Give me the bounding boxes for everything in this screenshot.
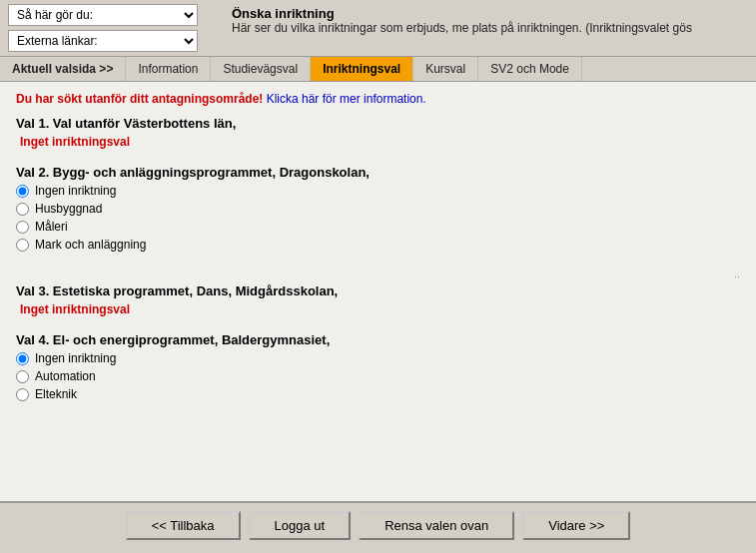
radio-val2-ingen[interactable]: Ingen inriktning — [16, 184, 740, 198]
radio-val4-automation-label: Automation — [35, 369, 96, 383]
tab-inriktningsval[interactable]: Inriktningsval — [311, 57, 413, 81]
panel-desc: Här ser du vilka inriktningar som erbjud… — [232, 21, 748, 35]
tab-aktuell[interactable]: Aktuell valsida >> — [0, 57, 126, 81]
radio-val2-husbyggnad[interactable]: Husbyggnad — [16, 202, 740, 216]
section-val1: Val 1. Val utanför Västerbottens län, In… — [16, 116, 740, 149]
radio-val2-maleri-label: Måleri — [35, 220, 68, 234]
radio-val4-automation[interactable]: Automation — [16, 369, 740, 383]
tab-kursval[interactable]: Kursval — [413, 57, 478, 81]
radio-val2-ingen-label: Ingen inriktning — [35, 184, 116, 198]
section-val4: Val 4. El- och energiprogrammet, Balderg… — [16, 332, 740, 401]
radio-val2-husbyggnad-input[interactable] — [16, 203, 29, 216]
radio-val2-maleri[interactable]: Måleri — [16, 220, 740, 234]
clear-button[interactable]: Rensa valen ovan — [359, 511, 514, 540]
warning-link[interactable]: Klicka här för mer information. — [263, 92, 425, 106]
section-val3: .. Val 3. Estetiska programmet, Dans, Mi… — [16, 268, 740, 316]
section-val2-title: Val 2. Bygg- och anläggningsprogrammet, … — [16, 165, 740, 180]
top-bar-left: Så här gör du: Externa länkar: — [8, 4, 208, 52]
nav-tabs: Aktuell valsida >> Information Studieväg… — [0, 56, 756, 82]
content-area: Du har sökt utanför ditt antagningsområd… — [0, 82, 756, 501]
top-bar: Så här gör du: Externa länkar: Önska inr… — [0, 0, 756, 56]
radio-val2-husbyggnad-label: Husbyggnad — [35, 202, 102, 216]
next-button[interactable]: Vidare >> — [522, 511, 630, 540]
radio-val4-automation-input[interactable] — [16, 370, 29, 383]
warning-banner: Du har sökt utanför ditt antagningsområd… — [16, 92, 740, 106]
radio-val4-ingen-label: Ingen inriktning — [35, 351, 116, 365]
section-val1-title: Val 1. Val utanför Västerbottens län, — [16, 116, 740, 131]
tab-sv2[interactable]: SV2 och Mode — [478, 57, 582, 81]
section-val3-no-selection: Inget inriktningsval — [16, 302, 740, 316]
radio-val4-elteknik-label: Elteknik — [35, 387, 77, 401]
radio-val4-elteknik-input[interactable] — [16, 388, 29, 401]
radio-group-val4: Ingen inriktning Automation Elteknik — [16, 351, 740, 401]
top-bar-right: Önska inriktning Här ser du vilka inrikt… — [212, 4, 748, 52]
dropdown-external-links[interactable]: Externa länkar: — [8, 30, 198, 52]
section-val1-no-selection: Inget inriktningsval — [16, 135, 740, 149]
radio-val2-maleri-input[interactable] — [16, 221, 29, 234]
radio-val2-mark[interactable]: Mark och anläggning — [16, 238, 740, 252]
radio-val4-ingen[interactable]: Ingen inriktning — [16, 351, 740, 365]
radio-val4-elteknik[interactable]: Elteknik — [16, 387, 740, 401]
footer: << Tillbaka Logga ut Rensa valen ovan Vi… — [0, 501, 756, 548]
panel-title: Önska inriktning — [232, 6, 748, 21]
radio-group-val2: Ingen inriktning Husbyggnad Måleri Mark … — [16, 184, 740, 252]
tab-studievag[interactable]: Studievägsval — [211, 57, 311, 81]
dots: .. — [16, 268, 740, 279]
radio-val2-mark-input[interactable] — [16, 239, 29, 252]
radio-val4-ingen-input[interactable] — [16, 352, 29, 365]
section-val3-title: Val 3. Estetiska programmet, Dans, Midgå… — [16, 283, 740, 298]
back-button[interactable]: << Tillbaka — [126, 511, 241, 540]
warning-bold-text: Du har sökt utanför ditt antagningsområd… — [16, 92, 263, 106]
tab-information[interactable]: Information — [126, 57, 211, 81]
radio-val2-mark-label: Mark och anläggning — [35, 238, 146, 252]
section-val4-title: Val 4. El- och energiprogrammet, Balderg… — [16, 332, 740, 347]
dropdown-howto[interactable]: Så här gör du: — [8, 4, 198, 26]
logout-button[interactable]: Logga ut — [249, 511, 352, 540]
section-val2: Val 2. Bygg- och anläggningsprogrammet, … — [16, 165, 740, 252]
radio-val2-ingen-input[interactable] — [16, 185, 29, 198]
